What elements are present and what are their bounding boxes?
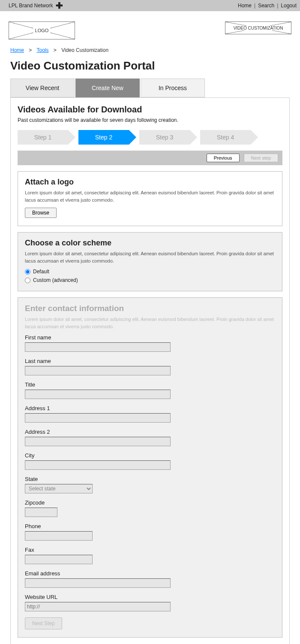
label-state: State bbox=[25, 476, 275, 482]
downloads-note: Past customizations will be available fo… bbox=[18, 117, 282, 123]
input-phone[interactable] bbox=[25, 531, 93, 541]
radio-custom[interactable] bbox=[25, 278, 30, 283]
previous-button[interactable]: Previous bbox=[207, 154, 240, 162]
next-step-button-top: Next step bbox=[244, 154, 278, 162]
brand: LPL Brand Network ✚ bbox=[9, 1, 63, 10]
input-first-name[interactable] bbox=[25, 342, 171, 352]
radio-custom-row[interactable]: Custom (advanced) bbox=[25, 277, 275, 283]
video-customization-logo: VIDEO CUSTOMIZATION bbox=[225, 21, 291, 34]
label-title: Title bbox=[25, 381, 275, 388]
plus-icon[interactable]: ✚ bbox=[56, 1, 63, 10]
header-row: LOGO VIDEO CUSTOMIZATION bbox=[0, 11, 300, 47]
label-zipcode: Zipcode bbox=[25, 499, 275, 506]
attach-logo-desc: Lorem ipsum dolor sit amet, consectetur … bbox=[25, 189, 275, 203]
attach-logo-title: Attach a logo bbox=[25, 178, 275, 187]
tabs: View Recent Create New In Process bbox=[0, 79, 300, 97]
input-title[interactable] bbox=[25, 390, 171, 399]
label-fax: Fax bbox=[25, 547, 275, 553]
label-phone: Phone bbox=[25, 523, 275, 529]
topbar-links: Home | Search | Logout bbox=[238, 3, 297, 9]
topbar-link-search[interactable]: Search bbox=[258, 3, 274, 9]
label-email: Email address bbox=[25, 570, 275, 577]
topbar-link-home[interactable]: Home bbox=[238, 3, 252, 9]
label-website: Website URL bbox=[25, 594, 275, 600]
brand-label: LPL Brand Network bbox=[9, 3, 53, 9]
breadcrumb-home[interactable]: Home bbox=[10, 47, 24, 53]
page-title: Video Customization Portal bbox=[0, 56, 300, 79]
label-address1: Address 1 bbox=[25, 405, 275, 411]
select-state[interactable]: Select state bbox=[25, 484, 93, 493]
tab-view-recent[interactable]: View Recent bbox=[10, 79, 75, 97]
radio-default-label: Default bbox=[33, 269, 49, 275]
top-bar: LPL Brand Network ✚ Home | Search | Logo… bbox=[0, 0, 300, 11]
input-address1[interactable] bbox=[25, 413, 171, 423]
step-1[interactable]: Step 1 bbox=[18, 130, 68, 145]
label-city: City bbox=[25, 452, 275, 459]
radio-default[interactable] bbox=[25, 269, 30, 275]
main-panel: Videos Available for Download Past custo… bbox=[10, 97, 290, 644]
step-4[interactable]: Step 4 bbox=[200, 130, 251, 145]
logo-placeholder: LOGO bbox=[9, 21, 75, 39]
radio-default-row[interactable]: Default bbox=[25, 269, 275, 275]
input-email[interactable] bbox=[25, 578, 171, 588]
step-2[interactable]: Step 2 bbox=[78, 130, 129, 145]
step-navbar: Previous Next step bbox=[18, 151, 282, 165]
label-first-name: First name bbox=[25, 334, 275, 341]
contact-desc: Lorem ipsum dolor sit amet, consectetur … bbox=[25, 316, 275, 330]
tab-create-new[interactable]: Create New bbox=[75, 79, 140, 97]
downloads-title: Videos Available for Download bbox=[18, 105, 282, 115]
topbar-link-logout[interactable]: Logout bbox=[281, 3, 297, 9]
input-city[interactable] bbox=[25, 460, 171, 470]
step-3[interactable]: Step 3 bbox=[139, 130, 190, 145]
breadcrumb-current: Video Customization bbox=[61, 47, 108, 53]
breadcrumb-tools[interactable]: Tools bbox=[37, 47, 49, 53]
browse-button[interactable]: Browse bbox=[25, 208, 57, 218]
color-scheme-desc: Lorem ipsum dolor sit amet, consectetur … bbox=[25, 250, 275, 264]
color-scheme-card: Choose a color scheme Lorem ipsum dolor … bbox=[18, 232, 282, 291]
step-indicator: Step 1 Step 2 Step 3 Step 4 bbox=[11, 130, 289, 151]
input-fax[interactable] bbox=[25, 555, 93, 564]
contact-title: Enter contact information bbox=[25, 304, 275, 313]
next-step-button-bottom: Next Step bbox=[25, 617, 62, 629]
color-scheme-title: Choose a color scheme bbox=[25, 239, 275, 248]
contact-card: Enter contact information Lorem ipsum do… bbox=[18, 297, 282, 638]
tab-in-process[interactable]: In Process bbox=[141, 79, 205, 97]
label-address2: Address 2 bbox=[25, 429, 275, 435]
radio-custom-label: Custom (advanced) bbox=[33, 277, 78, 283]
input-zipcode[interactable] bbox=[25, 508, 57, 517]
label-last-name: Last name bbox=[25, 358, 275, 364]
input-website[interactable] bbox=[25, 602, 171, 611]
input-last-name[interactable] bbox=[25, 366, 171, 375]
breadcrumb: Home > Tools > Video Customization bbox=[0, 47, 300, 56]
attach-logo-card: Attach a logo Lorem ipsum dolor sit amet… bbox=[18, 171, 282, 226]
input-address2[interactable] bbox=[25, 437, 171, 446]
